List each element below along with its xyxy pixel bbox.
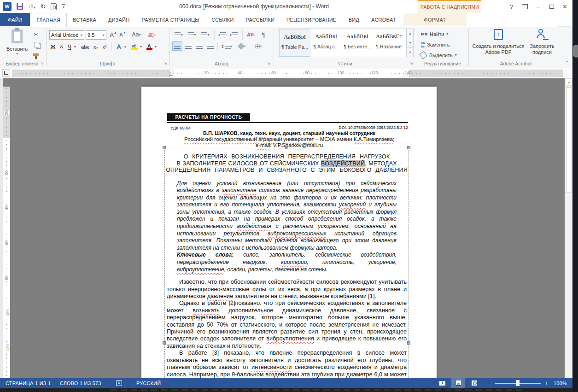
collapse-ribbon-icon[interactable]: ⌃	[565, 60, 569, 65]
find-button[interactable]: Найти ▾	[421, 29, 448, 38]
print-layout-view-button[interactable]	[451, 378, 465, 388]
align-left-button[interactable]	[172, 41, 182, 51]
touch-mode-icon[interactable]	[51, 3, 57, 10]
undo-button[interactable]: ↺▾	[28, 2, 35, 11]
tab-references[interactable]: ССЫЛКИ	[205, 13, 239, 26]
superscript-button[interactable]: x²	[100, 42, 109, 51]
grow-font-button[interactable]: А▲	[109, 30, 118, 39]
italic-button[interactable]: К	[58, 42, 65, 51]
vertical-scrollbar[interactable]: ▲	[565, 78, 572, 378]
vertical-ruler[interactable]: 20 20 40 60 80 100 120	[3, 87, 10, 378]
zoom-slider-thumb[interactable]	[516, 380, 520, 386]
tab-mailings[interactable]: РАССЫЛКИ	[240, 13, 280, 26]
strikethrough-button[interactable]: abc	[79, 42, 91, 51]
style-item-table-paragraph[interactable]: АаБбВвІ ¶ Table Pa...	[279, 29, 310, 57]
textbox-handle-top-left[interactable]	[163, 146, 166, 149]
proofing-status[interactable]: ✗	[116, 378, 122, 388]
save-icon[interactable]	[17, 3, 23, 10]
ribbon-display-options-button[interactable]: ⌃	[518, 0, 531, 12]
shrink-font-button[interactable]: А▼	[118, 30, 127, 39]
tab-review[interactable]: РЕЦЕНЗИРОВАНИЕ	[280, 13, 343, 26]
show-marks-button[interactable]: ¶	[259, 30, 268, 39]
web-layout-view-button[interactable]	[467, 378, 481, 388]
scroll-up-icon[interactable]: ▲	[566, 78, 572, 86]
word-count-status[interactable]: СЛОВО 1 ИЗ 573	[60, 378, 101, 388]
paragraph-dialog-launcher-icon[interactable]: ↘	[266, 61, 271, 66]
tab-view[interactable]: ВИД	[343, 13, 365, 26]
bold-button[interactable]: Ж	[49, 42, 57, 51]
borders-button[interactable]: ⊞▾	[251, 42, 266, 51]
first-line-indent-marker[interactable]	[169, 70, 174, 73]
highlight-caret[interactable]: ▾	[139, 42, 143, 51]
style-item-paragraph[interactable]: АаБбВвІ ¶ Абзац с...	[310, 29, 342, 57]
left-indent-marker[interactable]	[169, 75, 173, 77]
tab-design[interactable]: ДИЗАЙН	[102, 13, 135, 26]
bullets-button[interactable]: ▾	[173, 30, 185, 39]
format-painter-button[interactable]	[31, 51, 41, 59]
font-color-button[interactable]: А	[145, 42, 154, 51]
text-effects-caret[interactable]: ▾	[123, 42, 128, 51]
clipboard-dialog-launcher-icon[interactable]: ↘	[40, 61, 45, 66]
tab-stop-selector[interactable]	[2, 69, 10, 77]
paste-button[interactable]: Вставить ▾	[6, 29, 29, 64]
minimize-button[interactable]: –	[531, 0, 545, 12]
highlight-button[interactable]: ab	[129, 42, 139, 51]
align-center-button[interactable]	[183, 41, 193, 51]
change-case-button[interactable]: Аа▾	[129, 30, 143, 39]
page-count-status[interactable]: СТРАНИЦА 1 ИЗ 1	[6, 378, 51, 388]
increase-indent-button[interactable]: ▸	[228, 30, 239, 39]
replace-button[interactable]: abac Заменить	[421, 40, 450, 49]
help-button[interactable]: ?	[505, 0, 518, 12]
right-indent-marker[interactable]	[403, 74, 408, 77]
subscript-button[interactable]: x₂	[92, 42, 100, 51]
font-size-combo[interactable]: 9,5▾	[86, 30, 106, 40]
textbox-handle-middle-right[interactable]	[407, 341, 410, 345]
request-signatures-button[interactable]: ×‿ Запросить подписи	[523, 29, 561, 55]
multilevel-list-button[interactable]: ▾	[199, 30, 211, 39]
tab-home[interactable]: ГЛАВНАЯ	[30, 13, 67, 27]
scrollbar-thumb[interactable]	[566, 87, 572, 193]
tab-acrobat[interactable]: ACROBAT	[365, 13, 402, 26]
article-text-box[interactable]: О КРИТЕРИЯХ ВОЗНИКНОВЕНИЯ ПЕРЕРАСПРЕДЕЛЕ…	[164, 148, 409, 378]
style-item-no-spacing[interactable]: АаБбВвІ ¶ Без инте...	[342, 29, 373, 57]
text-effects-button[interactable]: А	[114, 42, 123, 51]
justify-button[interactable]	[205, 41, 216, 51]
underline-caret[interactable]: ▾	[73, 42, 77, 51]
font-name-combo[interactable]: Arial Unicod▾	[49, 30, 84, 40]
tab-format-contextual[interactable]: ФОРМАТ	[403, 13, 467, 26]
qat-customize-icon[interactable]: ▾	[62, 4, 65, 9]
maximize-button[interactable]	[545, 0, 558, 12]
align-right-button[interactable]	[194, 41, 204, 51]
sort-button[interactable]: АЯ↓	[245, 30, 258, 39]
shading-button[interactable]: ▾	[235, 42, 249, 51]
close-button[interactable]: ✕	[558, 0, 572, 12]
select-button[interactable]: Выделить ▾	[421, 51, 457, 59]
read-mode-view-button[interactable]	[435, 378, 449, 388]
styles-dialog-launcher-icon[interactable]: ↘	[409, 61, 414, 66]
textbox-handle-middle-left[interactable]	[163, 341, 166, 345]
textbox-handle-top-center[interactable]	[285, 146, 288, 149]
horizontal-ruler[interactable]: 20 40 60 80 100 120 140	[12, 70, 563, 77]
create-share-pdf-button[interactable]: ↑ Создать и поделиться Adobe PDF	[471, 29, 526, 55]
styles-scroll-up-icon[interactable]: ▲	[407, 29, 413, 38]
numbering-button[interactable]: ▾	[186, 30, 198, 39]
cut-button[interactable]: ✂	[31, 30, 41, 39]
style-item-title[interactable]: АаБбВвГг ¶ Название	[373, 29, 404, 57]
font-dialog-launcher-icon[interactable]: ↘	[163, 61, 168, 66]
decrease-indent-button[interactable]: ◂	[216, 30, 228, 39]
font-color-caret[interactable]: ▾	[153, 42, 158, 51]
document-page[interactable]: РАСЧЕТЫ НА ПРОЧНОСТЬ УДК 69.04 DOI: 10.3…	[141, 87, 437, 378]
language-status[interactable]: РУССКИЙ	[136, 378, 161, 388]
clear-formatting-button[interactable]	[146, 30, 157, 39]
styles-scroll-down-icon[interactable]: ▼	[407, 38, 413, 47]
line-spacing-button[interactable]: ⇕▾	[220, 42, 234, 51]
underline-button[interactable]: Ч	[66, 42, 73, 51]
tab-insert[interactable]: ВСТАВКА	[67, 13, 102, 26]
zoom-in-button[interactable]: +	[545, 378, 549, 388]
styles-more-icon[interactable]: ▼	[407, 48, 413, 57]
zoom-level[interactable]: 100%	[554, 378, 567, 388]
zoom-out-button[interactable]: −	[486, 378, 490, 388]
tab-file[interactable]: ФАЙЛ	[0, 13, 30, 26]
copy-button[interactable]	[32, 41, 41, 49]
redo-icon[interactable]: ↻	[41, 3, 46, 10]
